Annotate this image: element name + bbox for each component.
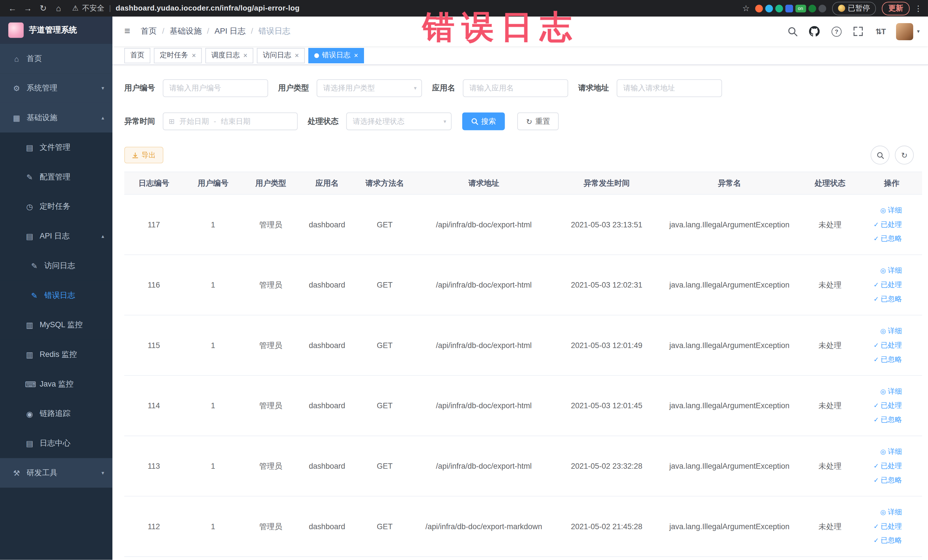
app-name-input[interactable] <box>463 79 568 97</box>
eye-icon: ◎ <box>881 327 886 335</box>
mark-processed-link[interactable]: ✓ 已处理 <box>873 461 902 471</box>
processed-link-label: 已处理 <box>881 340 902 350</box>
cell-method: GET <box>355 497 414 557</box>
date-range-picker[interactable]: ⊞ 开始日期 - 结束日期 <box>163 112 298 130</box>
toolbar-right: ↻ <box>871 145 914 164</box>
breadcrumb-item[interactable]: API 日志 <box>202 26 246 37</box>
tab-close-icon[interactable]: × <box>192 51 196 60</box>
extension-on-badge[interactable]: on <box>795 5 806 12</box>
column-header: 操作 <box>861 172 922 194</box>
check-icon: ✓ <box>873 402 879 410</box>
reset-button[interactable]: ↻ 重置 <box>517 112 559 130</box>
toggle-search-button[interactable] <box>871 145 890 164</box>
detail-link[interactable]: ◎ 详细 <box>881 447 902 457</box>
breadcrumb-item[interactable]: 错误日志 <box>246 26 290 37</box>
forward-icon[interactable]: → <box>21 3 35 13</box>
mark-processed-link[interactable]: ✓ 已处理 <box>873 401 902 411</box>
view-tab[interactable]: 调度日志 × <box>205 48 253 63</box>
user-type-select[interactable] <box>317 79 422 97</box>
export-button[interactable]: 导出 <box>124 147 163 163</box>
user-id-input[interactable] <box>163 79 268 97</box>
tab-label: 定时任务 <box>160 50 188 60</box>
extension-icon-2[interactable] <box>765 5 772 12</box>
font-size-icon[interactable]: ⇅T <box>875 25 886 37</box>
mark-ignored-link[interactable]: ✓ 已忽略 <box>873 475 902 485</box>
mark-processed-link[interactable]: ✓ 已处理 <box>873 522 902 531</box>
check-icon: ✓ <box>873 281 879 289</box>
app-logo[interactable]: 芋道管理系统 <box>0 17 112 44</box>
reload-icon[interactable]: ↻ <box>37 3 50 13</box>
sidebar-item[interactable]: ▤ 文件管理 <box>0 133 112 162</box>
cell-actions: ◎ 详细 ✓ 已处理 ✓ 已忽略 <box>861 376 922 436</box>
mark-ignored-link[interactable]: ✓ 已忽略 <box>873 233 902 244</box>
address-bar[interactable]: dashboard.yudao.iocoder.cn/infra/log/api… <box>116 4 300 12</box>
sidebar-item[interactable]: ▤ API 日志 ▴ <box>0 221 112 251</box>
search-button[interactable]: 搜索 <box>462 112 505 130</box>
cell-method: GET <box>355 436 414 496</box>
user-menu[interactable]: ▾ <box>896 23 920 40</box>
calendar-icon: ⊞ <box>169 117 175 125</box>
home-icon[interactable]: ⌂ <box>52 3 65 13</box>
extension-icon-4[interactable] <box>785 5 793 12</box>
sidebar-toggle-icon[interactable]: ≡ <box>124 25 130 37</box>
search-icon[interactable] <box>787 25 798 37</box>
help-icon[interactable]: ? <box>831 25 843 37</box>
sidebar-item[interactable]: ▦ 基础设施 ▴ <box>0 103 112 133</box>
bookmark-star-icon[interactable]: ☆ <box>739 3 752 13</box>
detail-link[interactable]: ◎ 详细 <box>881 266 902 276</box>
tab-close-icon[interactable]: × <box>295 51 299 60</box>
mark-ignored-link[interactable]: ✓ 已忽略 <box>873 536 902 546</box>
screen: ← → ↻ ⌂ ⚠ 不安全 | dashboard.yudao.iocoder.… <box>0 0 928 560</box>
security-indicator[interactable]: ⚠ 不安全 <box>72 3 104 13</box>
detail-link[interactable]: ◎ 详细 <box>881 386 902 397</box>
detail-link[interactable]: ◎ 详细 <box>881 205 902 215</box>
cell-exception-time: 2021-05-03 12:01:49 <box>553 316 660 375</box>
detail-link[interactable]: ◎ 详细 <box>881 326 902 336</box>
mark-processed-link[interactable]: ✓ 已处理 <box>873 280 902 290</box>
back-icon[interactable]: ← <box>6 3 19 13</box>
browser-menu-icon[interactable]: ⋮ <box>914 4 922 12</box>
check-icon: ✓ <box>873 221 879 229</box>
request-url-input[interactable] <box>617 79 722 97</box>
sidebar-item[interactable]: ✎ 访问日志 <box>0 251 112 281</box>
update-button[interactable]: 更新 <box>882 2 910 15</box>
breadcrumb-item[interactable]: 首页 <box>141 26 157 37</box>
sidebar-item[interactable]: ⌨ Java 监控 <box>0 369 112 399</box>
mark-ignored-link[interactable]: ✓ 已忽略 <box>873 355 902 365</box>
paused-badge[interactable]: 已暂停 <box>832 2 876 15</box>
sidebar-item[interactable]: ⌂ 首页 <box>0 44 112 73</box>
view-tab[interactable]: 定时任务 × <box>154 48 202 63</box>
mark-ignored-link[interactable]: ✓ 已忽略 <box>873 294 902 304</box>
extension-icon-5[interactable] <box>808 5 816 12</box>
fullscreen-icon[interactable] <box>852 25 864 37</box>
sidebar-item[interactable]: ✎ 错误日志 <box>0 281 112 310</box>
sidebar-item[interactable]: ▥ MySQL 监控 <box>0 310 112 340</box>
timer-icon: ◷ <box>25 202 34 211</box>
sidebar-item[interactable]: ▤ 日志中心 <box>0 429 112 458</box>
sidebar-item[interactable]: ⚙ 系统管理 ▾ <box>0 73 112 103</box>
view-tab[interactable]: 首页 <box>124 48 150 63</box>
extension-icon-1[interactable] <box>755 5 763 12</box>
mark-ignored-link[interactable]: ✓ 已忽略 <box>873 415 902 425</box>
process-status-select[interactable] <box>346 112 452 130</box>
cell-exception-name: java.lang.IllegalArgumentException <box>660 436 799 496</box>
view-tab[interactable]: 访问日志 × <box>257 48 305 63</box>
sidebar-item[interactable]: ◷ 定时任务 <box>0 192 112 221</box>
tab-close-icon[interactable]: × <box>354 51 358 60</box>
extension-icon-6[interactable] <box>818 5 826 12</box>
detail-link[interactable]: ◎ 详细 <box>881 507 902 517</box>
breadcrumb-item[interactable]: 基础设施 <box>157 26 202 37</box>
mark-processed-link[interactable]: ✓ 已处理 <box>873 220 902 230</box>
mark-processed-link[interactable]: ✓ 已处理 <box>873 340 902 350</box>
sidebar-item[interactable]: ⚒ 研发工具 ▾ <box>0 458 112 488</box>
sidebar-item[interactable]: ▥ Redis 监控 <box>0 340 112 369</box>
sidebar-item[interactable]: ◉ 链路追踪 <box>0 399 112 429</box>
extension-icon-3[interactable] <box>775 5 783 12</box>
refresh-table-button[interactable]: ↻ <box>895 145 914 164</box>
column-header: 用户编号 <box>183 172 243 194</box>
column-header: 异常发生时间 <box>553 172 660 194</box>
github-icon[interactable] <box>809 25 820 37</box>
view-tab[interactable]: 错误日志 × <box>308 48 364 63</box>
sidebar-item[interactable]: ✎ 配置管理 <box>0 162 112 192</box>
tab-close-icon[interactable]: × <box>243 51 247 60</box>
